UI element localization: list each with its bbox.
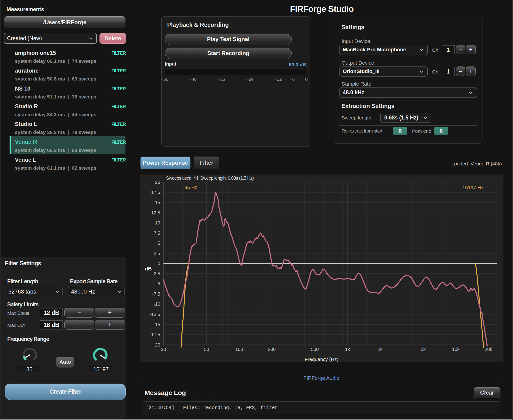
svg-text:-15: -15 [154,322,160,327]
svg-text:5: 5 [158,240,160,246]
svg-text:5k: 5k [421,347,426,352]
svg-text:-7.5: -7.5 [152,292,160,297]
svg-text:7.5: 7.5 [154,231,160,236]
svg-text:15: 15 [155,200,160,205]
svg-text:-17.5: -17.5 [149,332,160,337]
svg-text:35 Hz: 35 Hz [184,185,197,190]
svg-text:Sweeps used: 44 Sweep length:: Sweeps used: 44 Sweep length: 0.68s (1.5… [166,175,254,180]
svg-text:-5: -5 [156,281,160,286]
svg-text:-10: -10 [154,301,160,307]
svg-text:200: 200 [268,347,276,352]
svg-text:12.5: 12.5 [151,210,160,215]
svg-text:100: 100 [235,347,243,352]
svg-text:17.5: 17.5 [151,190,160,195]
svg-text:1k: 1k [345,347,350,352]
svg-text:20k: 20k [484,347,492,352]
svg-text:0: 0 [158,261,160,266]
svg-text:50: 50 [204,347,209,352]
svg-text:2.5: 2.5 [154,251,160,256]
svg-text:2k: 2k [378,347,383,352]
svg-text:20: 20 [161,347,166,352]
svg-text:-2.5: -2.5 [152,271,160,276]
svg-text:10k: 10k [452,347,460,352]
svg-text:-12.5: -12.5 [149,312,160,317]
svg-text:Frequency (Hz): Frequency (Hz) [305,357,339,362]
svg-text:10: 10 [155,220,160,225]
svg-text:20: 20 [155,180,160,185]
svg-text:-20: -20 [154,342,160,347]
svg-text:500: 500 [311,347,319,352]
svg-text:15197 Hz: 15197 Hz [462,185,484,190]
svg-text:dB: dB [145,266,152,272]
